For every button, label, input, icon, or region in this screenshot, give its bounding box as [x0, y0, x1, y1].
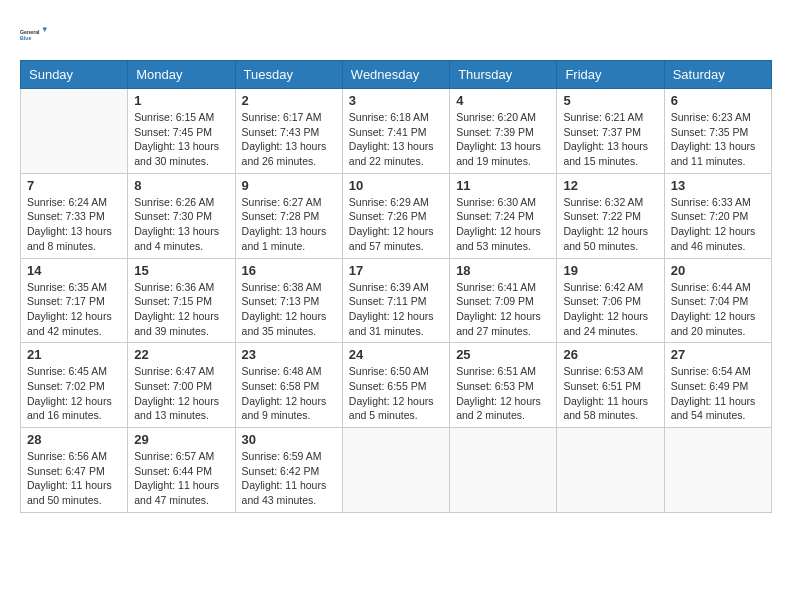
day-number: 7: [27, 178, 121, 193]
sunrise-text: Sunrise: 6:39 AM: [349, 281, 429, 293]
calendar-cell: [557, 428, 664, 513]
sunset-text: Sunset: 7:09 PM: [456, 295, 534, 307]
day-number: 22: [134, 347, 228, 362]
day-number: 9: [242, 178, 336, 193]
day-number: 14: [27, 263, 121, 278]
daylight-text: Daylight: 13 hours and 4 minutes.: [134, 225, 219, 252]
sunrise-text: Sunrise: 6:57 AM: [134, 450, 214, 462]
daylight-text: Daylight: 12 hours and 50 minutes.: [563, 225, 648, 252]
calendar-cell: 5Sunrise: 6:21 AMSunset: 7:37 PMDaylight…: [557, 89, 664, 174]
calendar-cell: 2Sunrise: 6:17 AMSunset: 7:43 PMDaylight…: [235, 89, 342, 174]
calendar-week-row: 7Sunrise: 6:24 AMSunset: 7:33 PMDaylight…: [21, 173, 772, 258]
sunset-text: Sunset: 7:15 PM: [134, 295, 212, 307]
sunrise-text: Sunrise: 6:23 AM: [671, 111, 751, 123]
day-number: 1: [134, 93, 228, 108]
cell-content: Sunrise: 6:41 AMSunset: 7:09 PMDaylight:…: [456, 280, 550, 339]
sunrise-text: Sunrise: 6:54 AM: [671, 365, 751, 377]
cell-content: Sunrise: 6:38 AMSunset: 7:13 PMDaylight:…: [242, 280, 336, 339]
sunset-text: Sunset: 6:49 PM: [671, 380, 749, 392]
day-number: 18: [456, 263, 550, 278]
cell-content: Sunrise: 6:33 AMSunset: 7:20 PMDaylight:…: [671, 195, 765, 254]
calendar-cell: 22Sunrise: 6:47 AMSunset: 7:00 PMDayligh…: [128, 343, 235, 428]
cell-content: Sunrise: 6:15 AMSunset: 7:45 PMDaylight:…: [134, 110, 228, 169]
sunrise-text: Sunrise: 6:53 AM: [563, 365, 643, 377]
calendar-cell: 14Sunrise: 6:35 AMSunset: 7:17 PMDayligh…: [21, 258, 128, 343]
calendar-cell: 3Sunrise: 6:18 AMSunset: 7:41 PMDaylight…: [342, 89, 449, 174]
daylight-text: Daylight: 13 hours and 11 minutes.: [671, 140, 756, 167]
sunset-text: Sunset: 6:55 PM: [349, 380, 427, 392]
daylight-text: Daylight: 12 hours and 16 minutes.: [27, 395, 112, 422]
weekday-header-wednesday: Wednesday: [342, 61, 449, 89]
sunset-text: Sunset: 6:53 PM: [456, 380, 534, 392]
day-number: 28: [27, 432, 121, 447]
daylight-text: Daylight: 13 hours and 22 minutes.: [349, 140, 434, 167]
calendar-cell: 20Sunrise: 6:44 AMSunset: 7:04 PMDayligh…: [664, 258, 771, 343]
calendar-cell: 29Sunrise: 6:57 AMSunset: 6:44 PMDayligh…: [128, 428, 235, 513]
daylight-text: Daylight: 13 hours and 1 minute.: [242, 225, 327, 252]
cell-content: Sunrise: 6:47 AMSunset: 7:00 PMDaylight:…: [134, 364, 228, 423]
day-number: 4: [456, 93, 550, 108]
sunset-text: Sunset: 7:43 PM: [242, 126, 320, 138]
calendar-cell: 10Sunrise: 6:29 AMSunset: 7:26 PMDayligh…: [342, 173, 449, 258]
svg-text:Blue: Blue: [20, 35, 31, 41]
daylight-text: Daylight: 13 hours and 8 minutes.: [27, 225, 112, 252]
calendar-cell: 12Sunrise: 6:32 AMSunset: 7:22 PMDayligh…: [557, 173, 664, 258]
daylight-text: Daylight: 12 hours and 24 minutes.: [563, 310, 648, 337]
sunrise-text: Sunrise: 6:26 AM: [134, 196, 214, 208]
logo-icon: GeneralBlue: [20, 20, 50, 50]
daylight-text: Daylight: 12 hours and 5 minutes.: [349, 395, 434, 422]
sunrise-text: Sunrise: 6:18 AM: [349, 111, 429, 123]
cell-content: Sunrise: 6:44 AMSunset: 7:04 PMDaylight:…: [671, 280, 765, 339]
sunset-text: Sunset: 7:28 PM: [242, 210, 320, 222]
sunset-text: Sunset: 7:00 PM: [134, 380, 212, 392]
cell-content: Sunrise: 6:50 AMSunset: 6:55 PMDaylight:…: [349, 364, 443, 423]
sunrise-text: Sunrise: 6:24 AM: [27, 196, 107, 208]
daylight-text: Daylight: 12 hours and 31 minutes.: [349, 310, 434, 337]
sunset-text: Sunset: 7:04 PM: [671, 295, 749, 307]
daylight-text: Daylight: 11 hours and 43 minutes.: [242, 479, 327, 506]
day-number: 12: [563, 178, 657, 193]
day-number: 20: [671, 263, 765, 278]
calendar-week-row: 1Sunrise: 6:15 AMSunset: 7:45 PMDaylight…: [21, 89, 772, 174]
calendar-table: SundayMondayTuesdayWednesdayThursdayFrid…: [20, 60, 772, 513]
calendar-cell: 15Sunrise: 6:36 AMSunset: 7:15 PMDayligh…: [128, 258, 235, 343]
calendar-cell: 7Sunrise: 6:24 AMSunset: 7:33 PMDaylight…: [21, 173, 128, 258]
page-header: GeneralBlue: [20, 20, 772, 50]
sunrise-text: Sunrise: 6:21 AM: [563, 111, 643, 123]
calendar-week-row: 14Sunrise: 6:35 AMSunset: 7:17 PMDayligh…: [21, 258, 772, 343]
cell-content: Sunrise: 6:23 AMSunset: 7:35 PMDaylight:…: [671, 110, 765, 169]
weekday-header-row: SundayMondayTuesdayWednesdayThursdayFrid…: [21, 61, 772, 89]
daylight-text: Daylight: 12 hours and 35 minutes.: [242, 310, 327, 337]
cell-content: Sunrise: 6:18 AMSunset: 7:41 PMDaylight:…: [349, 110, 443, 169]
day-number: 13: [671, 178, 765, 193]
sunset-text: Sunset: 7:37 PM: [563, 126, 641, 138]
weekday-header-sunday: Sunday: [21, 61, 128, 89]
calendar-cell: 9Sunrise: 6:27 AMSunset: 7:28 PMDaylight…: [235, 173, 342, 258]
sunset-text: Sunset: 7:06 PM: [563, 295, 641, 307]
daylight-text: Daylight: 11 hours and 50 minutes.: [27, 479, 112, 506]
day-number: 30: [242, 432, 336, 447]
cell-content: Sunrise: 6:45 AMSunset: 7:02 PMDaylight:…: [27, 364, 121, 423]
sunrise-text: Sunrise: 6:47 AM: [134, 365, 214, 377]
day-number: 5: [563, 93, 657, 108]
calendar-cell: 30Sunrise: 6:59 AMSunset: 6:42 PMDayligh…: [235, 428, 342, 513]
sunrise-text: Sunrise: 6:32 AM: [563, 196, 643, 208]
calendar-cell: 17Sunrise: 6:39 AMSunset: 7:11 PMDayligh…: [342, 258, 449, 343]
calendar-cell: [664, 428, 771, 513]
daylight-text: Daylight: 12 hours and 9 minutes.: [242, 395, 327, 422]
cell-content: Sunrise: 6:53 AMSunset: 6:51 PMDaylight:…: [563, 364, 657, 423]
sunrise-text: Sunrise: 6:51 AM: [456, 365, 536, 377]
daylight-text: Daylight: 11 hours and 58 minutes.: [563, 395, 648, 422]
daylight-text: Daylight: 12 hours and 20 minutes.: [671, 310, 756, 337]
sunset-text: Sunset: 7:30 PM: [134, 210, 212, 222]
cell-content: Sunrise: 6:27 AMSunset: 7:28 PMDaylight:…: [242, 195, 336, 254]
daylight-text: Daylight: 13 hours and 26 minutes.: [242, 140, 327, 167]
day-number: 15: [134, 263, 228, 278]
sunset-text: Sunset: 7:11 PM: [349, 295, 427, 307]
weekday-header-tuesday: Tuesday: [235, 61, 342, 89]
day-number: 23: [242, 347, 336, 362]
calendar-cell: 23Sunrise: 6:48 AMSunset: 6:58 PMDayligh…: [235, 343, 342, 428]
sunrise-text: Sunrise: 6:17 AM: [242, 111, 322, 123]
sunset-text: Sunset: 6:58 PM: [242, 380, 320, 392]
svg-marker-2: [43, 28, 48, 33]
